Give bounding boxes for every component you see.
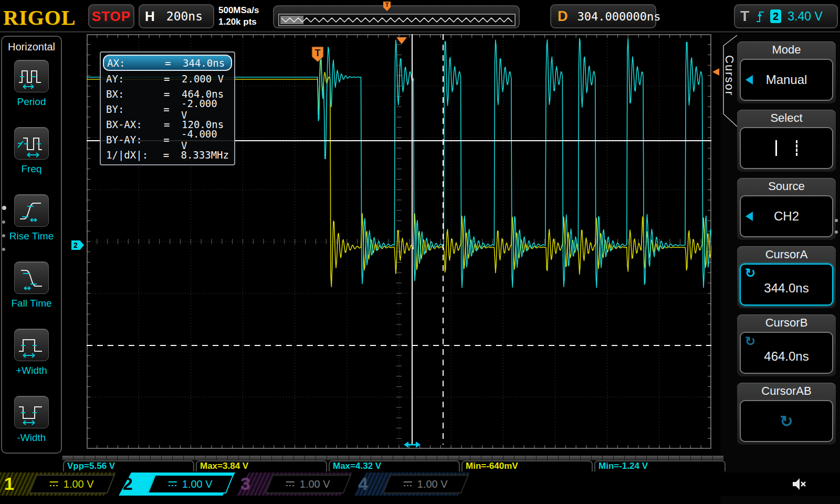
source-value: CH2 <box>774 209 799 224</box>
channel-2-status[interactable]: 2 1.00 V <box>119 472 235 496</box>
cursor-a-button[interactable]: ↻ 344.0ns <box>740 264 833 306</box>
source-button[interactable]: CH2 <box>740 195 833 237</box>
mode-value: Manual <box>766 72 807 87</box>
freq-icon[interactable] <box>14 127 49 160</box>
trigger-delay-box[interactable]: D 304.000000ns <box>550 4 656 28</box>
horizontal-scale-ruler <box>62 456 723 460</box>
measurement-min-ch1[interactable]: Min=-640mV <box>461 460 593 471</box>
row-value: 344.0ns <box>183 57 225 69</box>
fall-time-icon[interactable] <box>14 261 49 294</box>
measure-menu-title: Horizontal <box>2 41 61 53</box>
measure-item-fall-time[interactable]: Fall Time <box>2 261 61 309</box>
ch2-position-marker[interactable]: 2 <box>71 240 84 250</box>
preview-strip <box>278 14 516 26</box>
channel-scale: 1.00 V <box>182 478 213 490</box>
rising-edge-icon <box>755 8 765 24</box>
row-label: BY-AY: <box>106 134 163 145</box>
rise-time-icon[interactable] <box>14 194 49 227</box>
measurement-min-ch2[interactable]: Min=-1.24 V <box>594 460 726 471</box>
cursor-overlay-row: BY-AY: = -4.000 V <box>103 132 232 147</box>
equals: = <box>163 103 181 115</box>
channel-number: 2 <box>123 474 133 494</box>
row-value: -4.000 V <box>181 128 229 151</box>
trigger-status-box[interactable]: T 2 3.40 V <box>734 4 838 28</box>
cursor-a-value: 344.0ns <box>764 281 808 296</box>
menu-scroll-dot <box>2 248 5 251</box>
waveform-memory-preview[interactable]: T <box>273 5 520 28</box>
measurement-max-ch2[interactable]: Max=4.32 V <box>329 460 460 471</box>
measure-item-period[interactable]: Period <box>2 60 61 108</box>
channel-1-status[interactable]: 1 1.00 V <box>0 472 117 496</box>
minus-width-icon[interactable] <box>14 396 49 428</box>
channel-scale-box[interactable]: 1.00 V <box>383 475 469 494</box>
rotate-knob-icon: ↻ <box>780 412 793 430</box>
measure-item-plus-width[interactable]: +Width <box>2 329 61 376</box>
menu-page-dot <box>835 230 838 234</box>
dc-coupling-icon <box>50 481 58 487</box>
run-state-button[interactable]: STOP <box>88 4 134 28</box>
preview-waveform <box>279 15 514 25</box>
menu-scroll-dot <box>2 234 5 237</box>
measure-item-label: Period <box>2 96 61 108</box>
cursor-b-label: CursorB <box>737 314 836 330</box>
channel-status-bar: 1 1.00 V 2 1.00 V 3 1.00 V 4 <box>0 472 840 496</box>
mode-button[interactable]: Manual <box>740 59 833 101</box>
cursor-overlay-row: AX: = 344.0ns <box>103 55 232 71</box>
dc-coupling-icon <box>286 481 295 487</box>
svg-text:T: T <box>315 48 321 58</box>
measure-item-rise-time[interactable]: Rise Time <box>2 194 61 242</box>
menu-scroll-dot <box>2 220 5 224</box>
row-label: BX: <box>106 88 164 100</box>
channel-number: 4 <box>358 474 368 494</box>
cursor-b-value: 464.0ns <box>764 349 808 364</box>
row-value: 8.333MHz <box>181 149 229 161</box>
measure-menu-panel: Horizontal Period Freq <box>1 36 62 454</box>
channel-4-status[interactable]: 4 1.00 V <box>354 472 470 496</box>
channel-number: 3 <box>240 474 250 494</box>
menu-group-cursor-a: CursorA ↻ 344.0ns <box>737 246 836 308</box>
equals: = <box>163 149 181 161</box>
measurement-vpp[interactable]: Vpp=5.56 V <box>63 460 194 471</box>
run-state-label: STOP <box>92 8 131 25</box>
cursor-measurement-overlay: AX: = 344.0ns AY: = 2.000 V BX: = 464.0n… <box>100 51 235 165</box>
plus-width-icon[interactable] <box>14 329 49 361</box>
channel-3-status[interactable]: 3 1.00 V <box>236 472 353 496</box>
menu-tab-cursor[interactable]: Cursor <box>722 55 736 96</box>
menu-page-dot <box>835 219 838 222</box>
rotate-knob-icon: ↻ <box>745 334 755 349</box>
channel-scale-box[interactable]: 1.00 V <box>29 475 116 494</box>
cursor-overlay-row: 1/|dX|: = 8.333MHz <box>103 147 232 162</box>
menu-group-source: Source CH2 <box>737 178 836 240</box>
cursor-b-button[interactable]: ↻ 464.0ns <box>740 332 833 374</box>
row-label: AX: <box>107 57 165 69</box>
cursor-ab-button[interactable]: ↻ <box>740 400 833 442</box>
equals: = <box>163 134 181 145</box>
delay-label: D <box>558 8 568 25</box>
horizontal-timebase-box[interactable]: H 200ns <box>139 4 214 28</box>
trigger-level-marker[interactable] <box>712 68 719 76</box>
measure-item-label: Fall Time <box>2 298 61 309</box>
menu-group-cursor-ab: CursorAB ↻ <box>737 383 836 445</box>
channel-scale-box[interactable]: 1.00 V <box>148 475 234 494</box>
memory-depth: 1.20k pts <box>218 16 259 28</box>
waveform-display-area[interactable]: T AX: = 344.0ns AY: = 2.000 V BX: = 464.… <box>87 34 711 449</box>
measure-item-label: Rise Time <box>2 230 61 242</box>
sample-rate: 500MSa/s <box>218 5 259 16</box>
row-value: -2.000 V <box>181 98 229 121</box>
row-value: 2.000 V <box>182 73 224 85</box>
delay-value: 304.000000ns <box>578 10 661 23</box>
preview-trigger-flag-icon[interactable]: T <box>383 2 391 11</box>
channel-number: 1 <box>4 474 14 494</box>
left-triangle-icon <box>746 75 753 85</box>
rigol-logo: RIGOL <box>3 5 76 30</box>
measure-item-freq[interactable]: Freq <box>2 127 61 175</box>
channel-scale-box[interactable]: 1.00 V <box>265 475 352 494</box>
muted-speaker-icon[interactable] <box>790 475 807 493</box>
measure-item-minus-width[interactable]: -Width <box>2 396 61 444</box>
select-button[interactable] <box>740 127 833 169</box>
solid-cursor-icon <box>775 140 777 156</box>
period-icon[interactable] <box>14 60 49 92</box>
equals: = <box>164 88 182 100</box>
row-label: 1/|dX|: <box>106 149 163 161</box>
measurement-max-ch1[interactable]: Max=3.84 V <box>196 460 327 471</box>
